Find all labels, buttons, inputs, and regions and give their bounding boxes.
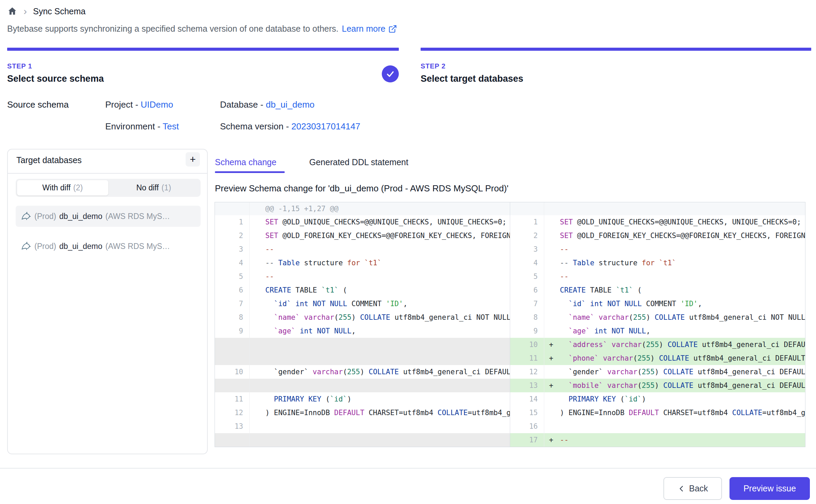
description-text: Bytebase supports synchronizing a specif… [7, 24, 339, 34]
diff-line-number-left: 4 [215, 256, 250, 270]
field-schema-version-label: Schema version - [220, 121, 289, 131]
diff-code-line-right: `age` int NOT NULL, [544, 324, 805, 338]
step2-title: Select target databases [421, 74, 523, 84]
diff-code-line-right: `gender` varchar(255) COLLATE utf8mb4_ge… [544, 365, 805, 379]
diff-header-gutter-left [215, 202, 250, 215]
diff-line-number-left: 2 [215, 229, 250, 242]
step1-complete-badge [382, 65, 399, 82]
footer-divider [0, 468, 816, 469]
chevron-left-icon [677, 485, 686, 493]
field-database-label: Database - [220, 99, 263, 110]
db-name: db_ui_demo [59, 212, 103, 221]
external-link-icon [388, 25, 397, 33]
diff-header-gutter-right [510, 202, 544, 215]
tab-generated-ddl[interactable]: Generated DDL statement [309, 157, 408, 167]
diff-line-number-right: 13 [510, 379, 544, 392]
diff-code-line-right: `name` varchar(255) COLLATE utf8mb4_gene… [544, 311, 805, 324]
back-button-label: Back [689, 484, 708, 493]
diff-code-line-left: `id` int NOT NULL COMMENT 'ID', [250, 297, 510, 311]
diff-code-line-left [250, 379, 510, 392]
environment-link[interactable]: Test [163, 121, 179, 131]
db-name: db_ui_demo [59, 242, 103, 251]
diff-hunk-header: @@ -1,15 +1,27 @@ [250, 202, 510, 215]
field-project-label: Project - [105, 99, 138, 110]
diff-line-number-right: 8 [510, 311, 544, 324]
diff-line-number-left: 8 [215, 311, 250, 324]
diff-add-marker: + [544, 433, 560, 447]
diff-code-line-right: PRIMARY KEY (`id`) [544, 392, 805, 406]
add-target-database-button[interactable]: + [186, 152, 200, 167]
active-tab-underline [215, 171, 285, 173]
diff-line-number-right: 10 [510, 338, 544, 351]
diff-code-line-left [250, 420, 510, 433]
target-databases-title: Target databases [16, 155, 82, 165]
diff-line-number-right: 9 [510, 324, 544, 338]
target-database-item-2[interactable]: (Prod) db_ui_demo (AWS RDS MyS… [16, 236, 201, 257]
step1-progress-bar [7, 48, 399, 51]
diff-code-line-left: PRIMARY KEY (`id`) [250, 392, 510, 406]
diff-line-number-left: 12 [215, 406, 250, 420]
diff-line-number-right: 17 [510, 433, 544, 447]
diff-code-line-right [544, 420, 805, 433]
diff-line-number-right: 15 [510, 406, 544, 420]
learn-more-link[interactable]: Learn more [342, 24, 397, 34]
target-database-item-1[interactable]: (Prod) db_ui_demo (AWS RDS MyS… [16, 206, 201, 227]
database-link[interactable]: db_ui_demo [266, 99, 314, 110]
tab-with-diff-label: With diff [42, 183, 70, 192]
schema-diff-viewer[interactable]: @@ -1,15 +1,27 @@1SET @OLD_UNIQUE_CHECKS… [215, 202, 805, 447]
diff-line-number-left: 1 [215, 215, 250, 229]
diff-code-line-right: +-- [544, 433, 805, 447]
project-link[interactable]: UIDemo [141, 99, 173, 110]
diff-line-number-left [215, 338, 250, 351]
tab-no-diff[interactable]: No diff (1) [108, 180, 200, 195]
mysql-engine-icon [20, 211, 31, 222]
diff-line-number-left: 11 [215, 392, 250, 406]
preview-title: Preview Schema change for 'db_ui_demo (P… [215, 183, 508, 194]
step1-label: STEP 1 [7, 62, 32, 70]
diff-code-line-left: CREATE TABLE `t1` ( [250, 283, 510, 297]
diff-code-line-right: + `mobile` varchar(255) COLLATE utf8mb4_… [544, 379, 805, 392]
db-environment: (Prod) [34, 212, 56, 221]
mysql-engine-icon [20, 241, 31, 252]
diff-line-number-right: 12 [510, 365, 544, 379]
diff-code-line-left: `gender` varchar(255) COLLATE utf8mb4_ge… [250, 365, 510, 379]
diff-line-number-right: 7 [510, 297, 544, 311]
diff-line-number-right: 16 [510, 420, 544, 433]
diff-code-line-left: -- [250, 270, 510, 283]
diff-code-line-left: SET @OLD_UNIQUE_CHECKS=@@UNIQUE_CHECKS, … [250, 215, 510, 229]
tab-schema-change[interactable]: Schema change [215, 157, 277, 167]
breadcrumb-chevron-icon: › [23, 6, 27, 16]
breadcrumb-current: Sync Schema [33, 6, 85, 16]
breadcrumb: › Sync Schema [7, 6, 85, 16]
diff-line-number-right: 1 [510, 215, 544, 229]
tab-no-diff-count: (1) [161, 183, 171, 192]
diff-line-number-left: 3 [215, 242, 250, 256]
diff-line-number-left: 5 [215, 270, 250, 283]
diff-code-line-left [250, 433, 510, 447]
diff-code-line-left [250, 351, 510, 365]
diff-code-line-right: + `address` varchar(255) COLLATE utf8mb4… [544, 338, 805, 351]
diff-line-number-left: 6 [215, 283, 250, 297]
learn-more-label: Learn more [342, 24, 386, 34]
diff-code-line-right: SET @OLD_UNIQUE_CHECKS=@@UNIQUE_CHECKS, … [544, 215, 805, 229]
diff-add-marker: + [544, 351, 560, 365]
diff-code-line-left: -- Table structure for `t1` [250, 256, 510, 270]
schema-version-link[interactable]: 20230317014147 [292, 121, 360, 131]
diff-code-line-left: -- [250, 242, 510, 256]
diff-code-line-left: `age` int NOT NULL, [250, 324, 510, 338]
preview-issue-button[interactable]: Preview issue [729, 477, 810, 500]
field-database: Database - db_ui_demo [220, 99, 315, 110]
diff-filter-tabs: With diff (2) No diff (1) [16, 179, 201, 197]
db-environment: (Prod) [34, 242, 56, 251]
page-description: Bytebase supports synchronizing a specif… [7, 24, 397, 34]
diff-code-line-left: SET @OLD_FOREIGN_KEY_CHECKS=@@FOREIGN_KE… [250, 229, 510, 242]
diff-line-number-right: 5 [510, 270, 544, 283]
tab-with-diff[interactable]: With diff (2) [17, 180, 108, 195]
home-icon[interactable] [7, 6, 17, 16]
db-instance: (AWS RDS MyS… [106, 242, 196, 251]
diff-code-line-right: -- [544, 242, 805, 256]
diff-code-line-right: SET @OLD_FOREIGN_KEY_CHECKS=@@FOREIGN_KE… [544, 229, 805, 242]
tab-no-diff-label: No diff [136, 183, 159, 192]
diff-code-line-left: `name` varchar(255) COLLATE utf8mb4_gene… [250, 311, 510, 324]
back-button[interactable]: Back [663, 477, 722, 500]
